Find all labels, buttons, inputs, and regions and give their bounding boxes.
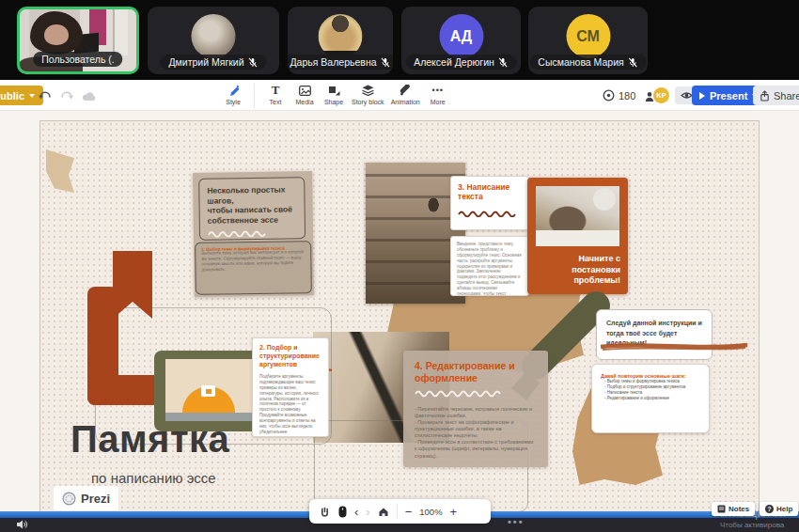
tool-style[interactable]: Style <box>222 84 244 105</box>
tool-group: Style T Text Media Shape <box>222 84 449 108</box>
participant-name: Дмитрий Мягкий <box>168 56 243 68</box>
zoom-out-button[interactable]: − <box>405 506 413 518</box>
step1-body: Выберите тему, которая вас интересует и … <box>201 249 305 273</box>
writing-hand-photo <box>536 186 619 246</box>
participant-tile[interactable]: АД Алексей Дерюгин <box>401 7 521 74</box>
participant-tile[interactable]: Дмитрий Мягкий <box>148 7 279 74</box>
participant-name-badge: Пользователь (. <box>33 52 122 67</box>
avatar <box>192 14 236 58</box>
step3-body: Введение: представьте тему, обозначьте п… <box>457 242 523 296</box>
media-icon <box>299 84 311 97</box>
step3-title-card[interactable]: 3. Написание текста <box>450 176 529 230</box>
participant-tile[interactable]: Дарья Валерьевна <box>288 7 393 74</box>
participant-name: Алексей Дерюгин <box>414 56 494 68</box>
editor-toolbar: Public Style <box>0 80 799 111</box>
navigation-bar: ‹ › − 100% + <box>309 499 491 524</box>
step4-bullets: Перечитайте черновик, исправьте логическ… <box>415 405 537 459</box>
tool-more[interactable]: ••• More <box>427 84 449 105</box>
intro-heading-card[interactable]: Несколько простых шагов, чтобы написать … <box>198 177 306 241</box>
tool-label: More <box>431 99 446 105</box>
tool-animation[interactable]: Animation <box>391 84 420 105</box>
tool-label: Story block <box>352 99 384 105</box>
share-label: Share <box>774 90 799 102</box>
tool-media[interactable]: Media <box>293 84 316 105</box>
share-icon <box>760 90 770 102</box>
chevron-down-icon <box>29 94 35 98</box>
zoom-in-button[interactable]: + <box>450 506 458 518</box>
page-title[interactable]: Памятка <box>70 418 229 461</box>
play-icon <box>699 92 705 100</box>
tool-story-block[interactable]: Story block <box>352 84 384 105</box>
views-target-icon <box>603 89 615 102</box>
help-button[interactable]: ? Help <box>760 502 798 516</box>
notes-icon <box>717 505 726 513</box>
participant-name-badge: Дарья Валерьевна <box>288 55 393 70</box>
step2-card[interactable]: 2. Подбор и структурирование аргументов … <box>252 337 329 437</box>
prezi-logo-text: Prezi <box>81 492 110 506</box>
highlight-card[interactable]: Начните с постановки проблемы! <box>527 178 628 294</box>
step1-card[interactable]: 1. Выбор темы и формулировка тезиса Выбе… <box>195 241 312 295</box>
zoom-level: 100% <box>419 507 442 517</box>
collaborator-avatar[interactable]: KP <box>653 87 669 103</box>
prezi-logo: Prezi <box>54 486 118 510</box>
recap-card[interactable]: Давай повторим основные шаги: Выбор темы… <box>591 364 710 433</box>
squiggle-underline <box>458 209 516 217</box>
speaker-icon[interactable] <box>17 520 28 529</box>
present-label: Present <box>710 90 747 102</box>
step4-title: 4. Редактирование и оформление <box>415 360 537 383</box>
presentation-page[interactable]: Несколько простых шагов, чтобы написать … <box>39 120 760 512</box>
divider <box>397 505 398 518</box>
redo-button[interactable] <box>59 88 74 103</box>
editor-canvas[interactable]: Несколько простых шагов, чтобы написать … <box>0 111 799 512</box>
mic-muted-icon <box>628 57 638 68</box>
hand-tool-icon[interactable] <box>319 506 331 518</box>
undo-button[interactable] <box>38 88 53 103</box>
avatar-initials: АД <box>439 14 483 58</box>
step4-card[interactable]: 4. Редактирование и оформление Перечитай… <box>403 351 548 467</box>
tool-label: Text <box>270 99 282 105</box>
recap-bullet: Редактирование и оформление <box>604 396 700 401</box>
mic-muted-icon <box>381 57 391 68</box>
page-subtitle[interactable]: по написанию эссе <box>91 470 216 486</box>
share-button[interactable]: Share <box>753 86 799 105</box>
participant-tile-self-video[interactable]: Пользователь (. <box>17 7 139 74</box>
screen: Пользователь (. Дмитрий Мягкий Дарья Вал… <box>0 0 799 532</box>
visibility-label: Public <box>0 90 24 102</box>
cursor-tool-icon[interactable] <box>338 506 347 518</box>
step4-bullet: Приведите эссе в соответствие с требован… <box>415 439 537 459</box>
story-block-icon <box>362 84 374 97</box>
mic-muted-icon <box>248 57 258 68</box>
recap-bullets: Выбор темы и формулировка тезиса Подбор … <box>601 379 700 400</box>
participant-name: Сысманова Мария <box>538 56 623 68</box>
sunrise-graphic <box>165 359 252 421</box>
notes-button[interactable]: Notes <box>712 502 755 516</box>
viewers-count-value: 180 <box>619 90 635 102</box>
overflow-menu[interactable]: ••• <box>508 516 525 527</box>
squiggle-underline <box>208 227 266 237</box>
animation-icon <box>400 84 412 97</box>
participant-tile[interactable]: СМ Сысманова Мария <box>528 7 648 74</box>
help-label: Help <box>776 505 792 513</box>
viewers-count[interactable]: 180 <box>603 89 635 102</box>
home-button[interactable] <box>378 507 389 517</box>
tool-label: Shape <box>324 99 343 105</box>
highlight-text: Начните с постановки проблемы! <box>533 254 620 287</box>
video-frame-detail <box>113 9 128 55</box>
tool-label: Style <box>226 99 241 105</box>
more-icon: ••• <box>432 84 444 97</box>
participant-name: Дарья Валерьевна <box>290 56 376 68</box>
cloud-save-button[interactable] <box>82 88 97 103</box>
tool-shape[interactable]: Shape <box>322 84 345 105</box>
tool-text[interactable]: T Text <box>264 84 287 105</box>
participant-name-badge: Алексей Дерюгин <box>405 55 517 70</box>
intro-card[interactable]: Несколько простых шагов, чтобы написать … <box>193 171 314 297</box>
participant-name-badge: Сысманова Мария <box>529 55 646 70</box>
brush-stroke <box>599 339 749 354</box>
notes-label: Notes <box>728 505 749 513</box>
prev-button[interactable]: ‹ <box>354 506 358 518</box>
step3-body-card[interactable]: Введение: представьте тему, обозначьте п… <box>450 236 529 296</box>
divider <box>254 84 255 108</box>
step2-title: 2. Подбор и структурирование аргументов <box>259 344 321 368</box>
cloud-icon <box>82 90 97 102</box>
next-button[interactable]: › <box>366 506 369 518</box>
